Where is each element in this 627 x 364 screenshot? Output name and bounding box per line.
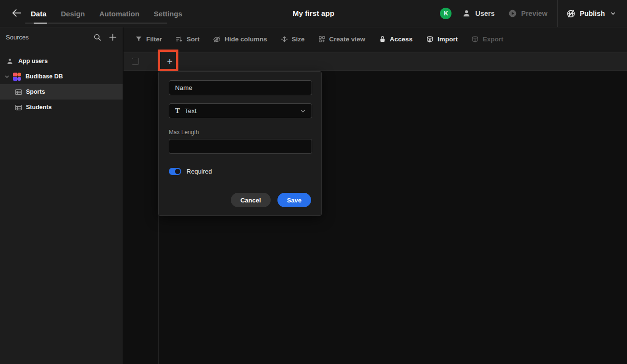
- sidebar-item-budibase-db[interactable]: Budibase DB: [0, 69, 123, 84]
- create-view-icon: [318, 36, 326, 43]
- add-source-icon[interactable]: [108, 33, 117, 41]
- active-tab-indicator: [34, 23, 47, 24]
- sidebar-item-students[interactable]: Students: [0, 100, 123, 115]
- max-length-input[interactable]: [169, 139, 312, 154]
- user-icon: [6, 58, 13, 65]
- export-label: Export: [483, 36, 503, 43]
- sort-label: Sort: [187, 36, 200, 43]
- import-label: Import: [438, 36, 458, 43]
- users-label: Users: [475, 10, 494, 17]
- search-icon[interactable]: [93, 33, 101, 41]
- users-icon: [462, 9, 471, 18]
- top-bar: Data Design Automation Settings My first…: [0, 0, 627, 27]
- popover-actions: Cancel Save: [169, 193, 311, 207]
- sort-icon: [176, 36, 183, 43]
- hide-columns-button[interactable]: Hide columns: [213, 36, 267, 43]
- table-toolbar: Filter Sort Hide columns Size Create vie…: [124, 27, 627, 51]
- required-toggle-row: Required: [169, 168, 311, 175]
- access-label: Access: [390, 36, 413, 43]
- select-all-checkbox[interactable]: [132, 58, 139, 65]
- sources-header: Sources: [0, 27, 123, 47]
- create-view-label: Create view: [329, 36, 365, 43]
- budibase-builder-window: Data Design Automation Settings My first…: [0, 0, 627, 364]
- text-type-icon: T: [175, 107, 180, 115]
- table-icon: [14, 88, 22, 96]
- new-column-popover: T Text Max Length Required Cancel Save: [158, 71, 322, 216]
- sidebar-item-app-users[interactable]: App users: [0, 53, 123, 69]
- nav-tabs: Data Design Automation Settings: [31, 0, 182, 27]
- size-label: Size: [292, 36, 305, 43]
- avatar[interactable]: K: [440, 8, 451, 19]
- chevron-down-icon: [300, 108, 306, 114]
- import-icon: [426, 36, 434, 43]
- sidebar-item-label: App users: [18, 58, 48, 64]
- topbar-right-cluster: K Users Preview Pub: [440, 0, 627, 27]
- column-type-select[interactable]: T Text: [169, 103, 312, 118]
- required-label: Required: [187, 168, 212, 175]
- sidebar-item-label: Budibase DB: [25, 73, 63, 80]
- back-arrow-icon: [12, 8, 22, 18]
- users-button[interactable]: Users: [462, 9, 494, 18]
- import-button[interactable]: Import: [426, 36, 458, 43]
- row-size-icon: [281, 36, 288, 43]
- required-toggle[interactable]: [169, 168, 181, 175]
- topbar-divider: [557, 0, 558, 27]
- sidebar-item-sports[interactable]: Sports: [0, 84, 123, 100]
- eye-slash-icon: [213, 36, 221, 43]
- sidebar-item-label: Sports: [26, 88, 45, 95]
- sort-button[interactable]: Sort: [176, 36, 200, 43]
- tab-settings[interactable]: Settings: [154, 10, 182, 18]
- publish-label: Publish: [580, 10, 605, 17]
- publish-button[interactable]: Publish: [566, 9, 627, 18]
- sidebar-item-label: Students: [26, 104, 51, 111]
- grid-header-row: +: [124, 52, 627, 71]
- table-icon: [14, 104, 22, 111]
- filter-label: Filter: [146, 36, 162, 43]
- back-button[interactable]: [10, 6, 24, 20]
- play-circle-icon: [508, 9, 517, 18]
- filter-button[interactable]: Filter: [135, 36, 162, 43]
- tab-data[interactable]: Data: [31, 10, 47, 18]
- lock-icon: [379, 36, 386, 43]
- size-button[interactable]: Size: [281, 36, 305, 43]
- cancel-button[interactable]: Cancel: [231, 193, 271, 207]
- save-button[interactable]: Save: [277, 193, 311, 207]
- publish-chevron-down-icon[interactable]: [610, 11, 616, 16]
- create-view-button[interactable]: Create view: [318, 36, 365, 43]
- toggle-knob: [175, 169, 180, 174]
- globe-slash-icon: [566, 9, 576, 18]
- tab-design[interactable]: Design: [61, 10, 85, 18]
- preview-button[interactable]: Preview: [508, 9, 548, 18]
- budibase-logo: [13, 73, 21, 81]
- preview-label: Preview: [521, 10, 548, 17]
- sources-title: Sources: [6, 34, 93, 41]
- column-name-input[interactable]: [169, 80, 312, 95]
- access-button[interactable]: Access: [379, 36, 413, 43]
- export-icon: [471, 36, 479, 43]
- add-column-button[interactable]: +: [160, 52, 179, 71]
- sources-sidebar: Sources App users: [0, 27, 123, 364]
- tab-automation[interactable]: Automation: [100, 10, 139, 18]
- export-button[interactable]: Export: [471, 36, 503, 43]
- max-length-label: Max Length: [169, 129, 311, 136]
- filter-icon: [135, 36, 142, 43]
- column-type-value: Text: [185, 107, 300, 114]
- chevron-down-icon[interactable]: [3, 74, 10, 79]
- hide-columns-label: Hide columns: [225, 36, 267, 43]
